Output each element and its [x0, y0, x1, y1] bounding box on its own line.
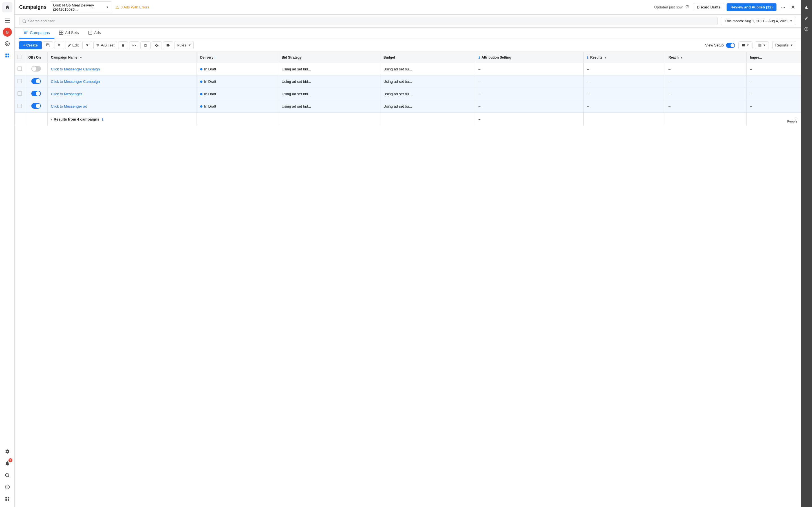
smiley-icon[interactable] — [2, 39, 12, 49]
row-bid-strategy: Using ad set bid... — [278, 63, 380, 75]
th-campaign-name[interactable]: Campaign Name ▼ — [47, 52, 197, 63]
reach-dropdown-icon: ▼ — [680, 56, 683, 59]
row-campaign-name: Click to Messenger ad — [47, 100, 197, 113]
svg-rect-23 — [61, 33, 63, 35]
errors-badge[interactable]: ⚠ 3 Ads With Errors — [115, 5, 149, 10]
main-content: Campaigns Grub N Go Meal Delivery (26420… — [15, 0, 801, 507]
grid-icon[interactable] — [2, 50, 12, 61]
row-checkbox[interactable] — [17, 79, 22, 83]
delivery-label: In Draft — [204, 92, 216, 96]
th-reach[interactable]: Reach ▼ — [665, 52, 747, 63]
row-toggle[interactable] — [31, 66, 41, 71]
duplicate-button[interactable] — [43, 41, 53, 49]
row-impressions: – — [746, 75, 801, 88]
account-chevron-icon: ▼ — [106, 6, 109, 9]
reports-button[interactable]: Reports ▼ — [772, 41, 796, 49]
results-info-icon: ℹ — [587, 55, 589, 59]
row-checkbox[interactable] — [17, 66, 22, 71]
campaign-name-link[interactable]: Click to Messenger Campaign — [51, 67, 100, 71]
pencil-icon — [804, 16, 809, 20]
columns-button[interactable]: ▼ — [739, 41, 753, 49]
edit-button[interactable]: Edit — [65, 41, 81, 49]
row-delivery: In Draft — [197, 88, 278, 100]
view-setup-wrap: View Setup — [705, 43, 735, 48]
more-options-button[interactable]: ··· — [779, 4, 788, 10]
right-sidebar-edit-icon[interactable] — [802, 14, 811, 22]
th-delivery[interactable]: Delivery ↑ — [197, 52, 278, 63]
th-results-label: Results — [591, 55, 603, 59]
summary-expand[interactable]: › Results from 4 campaigns ℹ — [51, 117, 193, 121]
row-attribution: – — [475, 75, 583, 88]
avatar[interactable]: G — [3, 27, 12, 37]
discard-row-button[interactable] — [140, 41, 151, 49]
summary-checkbox-cell — [15, 113, 25, 126]
summary-row: › Results from 4 campaigns ℹ – – People — [15, 113, 801, 126]
move-button[interactable] — [152, 41, 162, 49]
edit-dropdown-button[interactable]: ▼ — [82, 41, 92, 49]
notifications-icon[interactable]: 5 — [2, 458, 12, 468]
settings-icon[interactable] — [2, 446, 12, 457]
chart-icon — [804, 5, 809, 10]
row-budget: Using ad set bu... — [380, 75, 475, 88]
campaign-name-link[interactable]: Click to Messenger — [51, 92, 82, 96]
account-selector[interactable]: Grub N Go Meal Delivery (2642015086... ▼ — [50, 1, 112, 13]
create-button-label: + Create — [23, 43, 38, 47]
row-toggle[interactable] — [31, 78, 41, 84]
th-results[interactable]: ℹ Results ▼ — [583, 52, 665, 63]
right-sidebar-clock-icon[interactable] — [802, 25, 811, 33]
menu-toggle-icon[interactable] — [2, 15, 12, 25]
row-budget: Using ad set bu... — [380, 100, 475, 113]
row-results: – — [583, 63, 665, 75]
svg-rect-7 — [7, 54, 9, 55]
delivery-label: In Draft — [204, 67, 216, 71]
search-input[interactable] — [28, 19, 714, 23]
table-row: Click to Messenger ad In Draft Using ad … — [15, 100, 801, 113]
close-button[interactable]: ✕ — [790, 4, 796, 10]
discard-drafts-button[interactable]: Discard Drafts — [693, 3, 724, 11]
tab-ads-label: Ads — [94, 31, 101, 35]
duplicate-dropdown-button[interactable]: ▼ — [54, 41, 64, 49]
ab-test-button[interactable]: A/B Test — [93, 41, 117, 49]
clock-icon — [804, 27, 809, 31]
errors-count-label: 3 Ads With Errors — [121, 5, 149, 9]
rules-label: Rules — [177, 43, 186, 47]
tab-ads[interactable]: Ads — [84, 27, 105, 39]
view-setup-toggle[interactable] — [726, 43, 735, 48]
undo-button[interactable] — [129, 41, 139, 49]
row-checkbox[interactable] — [17, 104, 22, 108]
layout-button[interactable]: ▼ — [755, 41, 769, 49]
rules-button[interactable]: Rules ▼ — [174, 41, 194, 49]
edit-dropdown-icon: ▼ — [86, 43, 89, 47]
tab-ad-sets[interactable]: Ad Sets — [54, 27, 84, 39]
review-publish-button[interactable]: Review and Publish (12) — [726, 3, 776, 11]
select-all-checkbox[interactable] — [17, 55, 21, 59]
campaign-name-link[interactable]: Click to Messenger Campaign — [51, 79, 100, 83]
search-icon[interactable] — [2, 470, 12, 480]
row-checkbox-cell — [15, 75, 25, 88]
search-input-wrap[interactable] — [19, 17, 718, 25]
delivery-label: In Draft — [204, 79, 216, 83]
svg-rect-9 — [7, 56, 9, 57]
results-dropdown-icon: ▼ — [604, 56, 607, 59]
right-sidebar-chart-icon[interactable] — [802, 3, 811, 12]
row-toggle[interactable] — [31, 103, 41, 109]
tag-button[interactable] — [163, 41, 173, 49]
delete-icon — [121, 43, 125, 47]
ads-tab-icon — [88, 31, 93, 35]
expand-icon: › — [51, 117, 52, 121]
date-range-button[interactable]: This month: Aug 1, 2021 – Aug 4, 2021 ▼ — [721, 17, 796, 25]
create-button[interactable]: + Create — [19, 41, 42, 49]
home-button[interactable] — [2, 2, 12, 12]
refresh-icon[interactable] — [685, 4, 689, 10]
layout-dropdown-icon: ▼ — [763, 44, 766, 47]
row-checkbox[interactable] — [17, 91, 22, 96]
campaign-name-link[interactable]: Click to Messenger ad — [51, 104, 87, 108]
th-select-all[interactable] — [15, 52, 25, 63]
delete-button[interactable] — [118, 41, 128, 49]
svg-point-10 — [5, 473, 9, 476]
tab-campaigns[interactable]: Campaigns — [19, 27, 54, 39]
table-icon[interactable] — [2, 494, 12, 504]
row-toggle[interactable] — [31, 91, 41, 96]
summary-info-icon: ℹ — [102, 117, 103, 121]
help-icon[interactable] — [2, 482, 12, 492]
